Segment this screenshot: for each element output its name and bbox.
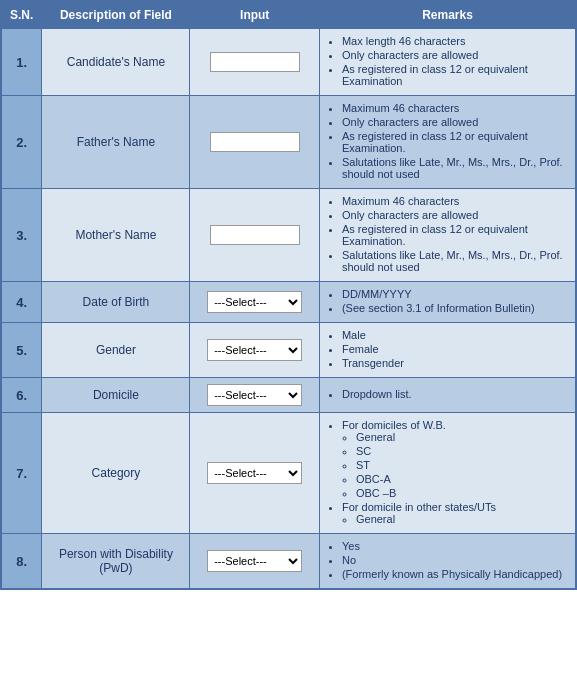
input-cell[interactable]: ---Select---: [190, 413, 319, 534]
input-cell[interactable]: [190, 29, 319, 96]
field-label: Gender: [42, 323, 190, 378]
table-row: 5.Gender---Select---MaleFemaleTransgende…: [1, 323, 576, 378]
input-cell[interactable]: ---Select---: [190, 534, 319, 590]
header-field: Description of Field: [42, 1, 190, 29]
text-input[interactable]: [210, 225, 300, 245]
header-sn: S.N.: [1, 1, 42, 29]
header-remarks: Remarks: [319, 1, 576, 29]
select-input[interactable]: ---Select---: [207, 384, 302, 406]
sn-cell: 3.: [1, 189, 42, 282]
field-label: Father's Name: [42, 96, 190, 189]
sn-cell: 7.: [1, 413, 42, 534]
table-row: 4.Date of Birth---Select---DD/MM/YYYY(Se…: [1, 282, 576, 323]
sn-cell: 2.: [1, 96, 42, 189]
remarks-cell: Dropdown list.: [319, 378, 576, 413]
input-cell[interactable]: ---Select---: [190, 323, 319, 378]
input-cell[interactable]: ---Select---: [190, 282, 319, 323]
table-row: 8.Person with Disability (PwD)---Select-…: [1, 534, 576, 590]
select-input[interactable]: ---Select---: [207, 291, 302, 313]
remarks-cell: YesNo(Formerly known as Physically Handi…: [319, 534, 576, 590]
field-label: Person with Disability (PwD): [42, 534, 190, 590]
remarks-cell: DD/MM/YYYY(See section 3.1 of Informatio…: [319, 282, 576, 323]
header-input: Input: [190, 1, 319, 29]
input-cell[interactable]: [190, 189, 319, 282]
text-input[interactable]: [210, 52, 300, 72]
table-row: 2.Father's NameMaximum 46 charactersOnly…: [1, 96, 576, 189]
remarks-cell: MaleFemaleTransgender: [319, 323, 576, 378]
sn-cell: 5.: [1, 323, 42, 378]
field-label: Candidate's Name: [42, 29, 190, 96]
text-input[interactable]: [210, 132, 300, 152]
sn-cell: 8.: [1, 534, 42, 590]
select-input[interactable]: ---Select---: [207, 339, 302, 361]
remarks-cell: Maximum 46 charactersOnly characters are…: [319, 96, 576, 189]
input-cell[interactable]: ---Select---: [190, 378, 319, 413]
remarks-cell: Max length 46 charactersOnly characters …: [319, 29, 576, 96]
table-row: 1.Candidate's NameMax length 46 characte…: [1, 29, 576, 96]
sn-cell: 1.: [1, 29, 42, 96]
select-input[interactable]: ---Select---: [207, 462, 302, 484]
table-row: 6.Domicile---Select---Dropdown list.: [1, 378, 576, 413]
select-input[interactable]: ---Select---: [207, 550, 302, 572]
field-label: Date of Birth: [42, 282, 190, 323]
form-fields-table: S.N. Description of Field Input Remarks …: [0, 0, 577, 590]
table-row: 7.Category---Select---For domiciles of W…: [1, 413, 576, 534]
remarks-cell: Maximum 46 charactersOnly characters are…: [319, 189, 576, 282]
input-cell[interactable]: [190, 96, 319, 189]
field-label: Category: [42, 413, 190, 534]
table-row: 3.Mother's NameMaximum 46 charactersOnly…: [1, 189, 576, 282]
sn-cell: 4.: [1, 282, 42, 323]
field-label: Domicile: [42, 378, 190, 413]
sn-cell: 6.: [1, 378, 42, 413]
field-label: Mother's Name: [42, 189, 190, 282]
remarks-cell: For domiciles of W.B.GeneralSCSTOBC-AOBC…: [319, 413, 576, 534]
